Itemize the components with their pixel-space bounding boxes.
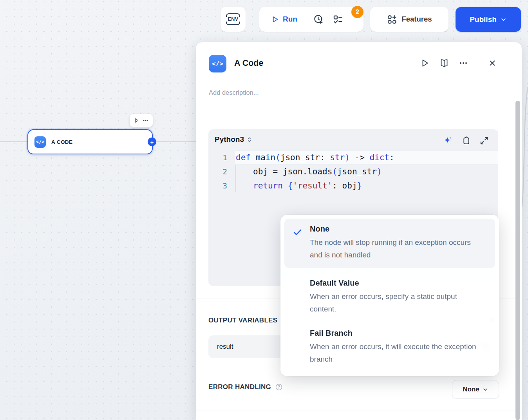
code-token: return [253,181,288,190]
code-token: { [288,181,293,190]
env-icon: ENV [226,13,240,25]
code-actions [443,136,488,145]
publish-button[interactable]: Publish [456,7,521,32]
toolbar-divider [306,12,306,26]
dropdown-option-fail-branch[interactable]: Fail Branch When an error occurs, it wil… [284,323,495,372]
node-more-icon[interactable] [142,118,149,123]
features-icon [387,14,397,25]
error-handling-select[interactable]: None [452,380,499,398]
indent-guide [235,165,236,192]
code-token: str [330,153,345,162]
panel-title: A Code [234,58,263,68]
publish-label: Publish [470,15,497,24]
error-handling-heading: ERROR HANDLING [208,383,271,391]
ai-generate-icon[interactable] [443,136,453,145]
node-toolbar [130,114,153,127]
check-icon [292,227,303,237]
docs-book-icon[interactable] [439,58,449,68]
copy-code-icon[interactable] [462,136,471,145]
language-label: Python3 [215,135,244,144]
node-run-icon[interactable] [134,118,139,123]
code-node-icon: </> [34,136,46,148]
code-token: : obj [332,181,357,190]
edge-line-left [0,141,27,142]
line-number: 1 [208,153,234,162]
help-icon[interactable] [275,383,283,391]
run-button[interactable]: Run [259,15,297,24]
run-play-icon [271,15,279,24]
code-token: def [236,153,256,162]
checklist-badge: 2 [351,6,363,18]
run-history-icon[interactable] [313,14,324,25]
code-token: ( [332,167,337,176]
code-token: ( [275,153,280,162]
code-token: main [256,153,276,162]
panel-run-icon[interactable] [420,58,430,68]
code-token: ) [345,153,350,162]
option-description: When an error occurs, specify a static o… [310,290,482,315]
canvas-node-a-code[interactable]: </> A CODE [27,129,153,154]
code-token: } [357,181,362,190]
dropdown-option-none[interactable]: None The node will stop running if an ex… [284,219,495,268]
workflow-editor: </> A CODE + ENV Run 2 Features Publish … [0,0,528,420]
section-divider [196,111,522,111]
description-input[interactable]: Add description... [209,89,259,96]
code-token: : [389,153,394,162]
node-title: A CODE [51,139,72,145]
code-token: json_str [337,167,377,176]
error-handling-value: None [463,386,479,393]
section-divider [196,411,522,411]
run-button-group: Run [259,7,363,32]
run-label: Run [283,15,297,24]
close-panel-icon[interactable] [488,59,497,67]
chevron-down-icon [500,16,507,23]
header-divider [478,59,478,67]
expand-code-icon[interactable] [480,136,488,145]
option-title: Fail Branch [310,329,488,338]
env-variables-button[interactable]: ENV [221,7,246,32]
code-line[interactable]: 3 return {'result': obj} [208,179,498,193]
code-line[interactable]: 2 obj = json.loads(json_str) [208,165,498,179]
line-number: 3 [208,181,234,190]
option-title: None [310,224,488,234]
code-token: -> [350,153,370,162]
output-variables-heading: OUTPUT VARIABLES [208,317,277,324]
option-description: The node will stop running if an excepti… [310,236,482,261]
features-button[interactable]: Features [370,7,448,32]
add-next-node-button[interactable]: + [148,138,156,146]
code-token: dict [369,153,389,162]
code-token: 'result' [293,181,332,190]
code-lines[interactable]: 1 def main(json_str: str) -> dict: 2 obj… [208,150,498,193]
language-selector[interactable]: Python3 [215,135,253,144]
chevron-selector-icon [246,136,253,143]
code-token: ) [377,167,382,176]
code-token: json_str: [280,153,330,162]
error-handling-dropdown: None The node will stop running if an ex… [280,215,499,376]
panel-scrollbar[interactable] [515,101,520,420]
option-description: When an error occurs, it will execute th… [310,340,482,366]
features-label: Features [401,15,432,24]
code-line[interactable]: 1 def main(json_str: str) -> dict: [208,150,498,165]
more-options-icon[interactable] [459,58,468,68]
code-token: obj = json.loads [253,167,332,176]
panel-actions [420,58,497,68]
dropdown-option-default-value[interactable]: Default Value When an error occurs, spec… [284,273,495,322]
option-title: Default Value [310,279,488,288]
checklist-icon[interactable] [333,14,343,25]
edge-line-right [156,141,196,142]
edge-curve [522,84,528,210]
line-number: 2 [208,167,234,176]
chevron-down-icon [482,386,488,393]
panel-code-icon: </> [209,55,226,72]
